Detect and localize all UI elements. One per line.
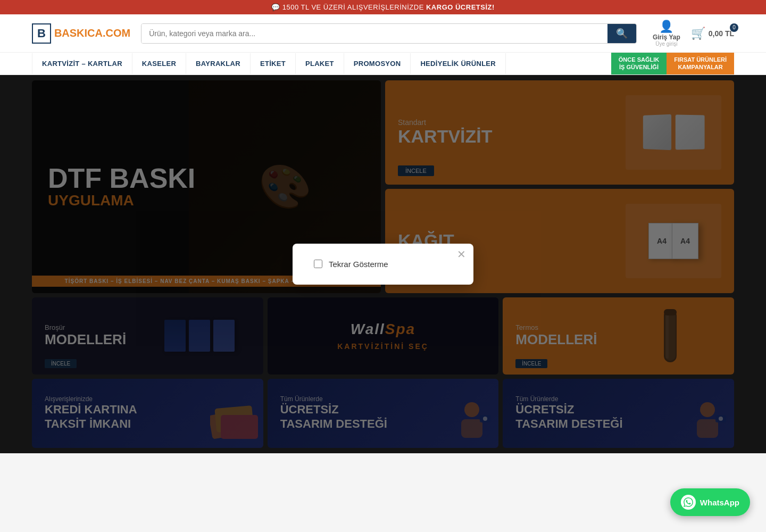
whatsapp-label: WhatsApp [700, 498, 739, 507]
logo[interactable]: B BASKICA.COM [32, 23, 130, 44]
modal-overlay: Tekrar Gösterme ✕ [0, 75, 766, 453]
banner-icon: 💬 [271, 3, 280, 11]
cart-button[interactable]: 🛒 0 0,00 TL [691, 27, 734, 40]
nav-item-etiket[interactable]: ETİKET [251, 53, 296, 74]
header-actions: 👤 Giriş Yap Üye girişi 🛒 0 0,00 TL [653, 20, 734, 47]
search-bar: 🔍 [141, 23, 637, 44]
search-button[interactable]: 🔍 [607, 24, 636, 43]
navigation: KARTVİZİT – KARTLAR KASELER BAYRAKLAR ET… [0, 53, 766, 75]
banner-text: 1500 TL VE ÜZERİ ALIŞVERİŞLERİNİZDE [282, 3, 426, 11]
logo-name-part2: .COM [103, 27, 130, 39]
whatsapp-button[interactable]: WhatsApp [670, 488, 750, 516]
nav-item-plaket[interactable]: PLAKET [296, 53, 344, 74]
login-button[interactable]: 👤 Giriş Yap Üye girişi [653, 20, 680, 47]
whatsapp-svg [684, 497, 693, 507]
login-sublabel: Üye girişi [655, 41, 677, 47]
search-input[interactable] [141, 24, 607, 43]
logo-letter: B [32, 23, 51, 44]
nav-item-kartvizit[interactable]: KARTVİZİT – KARTLAR [32, 53, 132, 74]
nav-special: ÖNCE SAĞLIK İŞ GÜVENLİĞİ FIRSAT ÜRÜNLERİ… [611, 53, 734, 74]
nav-special-campaigns[interactable]: FIRSAT ÜRÜNLERİ KAMPANYALAR [667, 53, 734, 74]
whatsapp-icon [681, 495, 696, 510]
logo-name: BASKICA.COM [54, 27, 130, 39]
nav-item-promosyon[interactable]: PROMOSYON [344, 53, 411, 74]
banner-highlight: KARGO ÜCRETSİZ! [426, 3, 495, 11]
logo-name-part1: BASKICA [54, 27, 103, 39]
top-banner: 💬 1500 TL VE ÜZERİ ALIŞVERİŞLERİNİZDE KA… [0, 0, 766, 14]
cart-icon: 🛒 [691, 27, 705, 40]
modal-checkbox[interactable] [314, 260, 322, 268]
main-content: 🎨 DTF BASKI UYGULAMA TİŞÖRT BASKI – İŞ E… [0, 75, 766, 453]
nav-item-kaseler[interactable]: KASELER [132, 53, 186, 74]
nav-item-hediyelik[interactable]: HEDİYELİK ÜRÜNLER [411, 53, 506, 74]
modal-label: Tekrar Gösterme [329, 260, 388, 269]
nav-item-bayraklar[interactable]: BAYRAKLAR [186, 53, 251, 74]
modal-close-button[interactable]: ✕ [457, 249, 466, 260]
user-icon: 👤 [659, 20, 673, 34]
nav-special-safety[interactable]: ÖNCE SAĞLIK İŞ GÜVENLİĞİ [611, 53, 667, 74]
cart-badge: 0 [730, 23, 738, 32]
modal-dialog: Tekrar Gösterme ✕ [293, 244, 473, 285]
header: B BASKICA.COM 🔍 👤 Giriş Yap Üye girişi 🛒… [0, 14, 766, 53]
login-label: Giriş Yap [653, 34, 680, 41]
